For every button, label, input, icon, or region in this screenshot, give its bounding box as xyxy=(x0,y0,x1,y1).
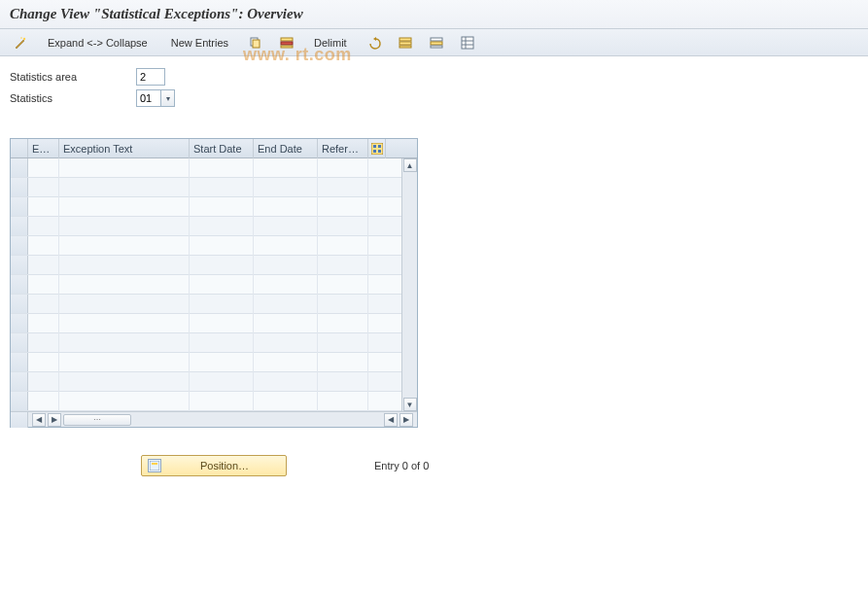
cell-exception-text[interactable] xyxy=(59,333,190,353)
col-header-refer[interactable]: Refer… xyxy=(318,139,368,158)
cell-start-date[interactable] xyxy=(190,353,254,372)
row-selector[interactable] xyxy=(11,314,28,332)
table-row[interactable] xyxy=(11,353,401,372)
col-header-end-date[interactable]: End Date xyxy=(254,139,318,158)
cell-exception-text[interactable] xyxy=(59,178,190,197)
col-header-ex[interactable]: Ex… xyxy=(28,139,59,158)
cell-refer[interactable] xyxy=(318,217,368,236)
cell-start-date[interactable] xyxy=(190,217,254,236)
cell-refer[interactable] xyxy=(318,236,368,256)
cell-refer[interactable] xyxy=(318,314,368,333)
cell-refer[interactable] xyxy=(318,372,368,392)
cell-end-date[interactable] xyxy=(254,353,318,372)
cell-end-date[interactable] xyxy=(254,392,318,411)
cell-refer[interactable] xyxy=(318,353,368,372)
row-selector[interactable] xyxy=(11,236,28,255)
cell-end-date[interactable] xyxy=(254,314,318,333)
cell-exception-text[interactable] xyxy=(59,256,190,275)
row-selector[interactable] xyxy=(11,256,28,274)
cell-ex[interactable] xyxy=(28,236,59,256)
cell-start-date[interactable] xyxy=(190,256,254,275)
cell-exception-text[interactable] xyxy=(59,295,190,314)
scroll-up-button[interactable]: ▲ xyxy=(403,158,417,172)
row-selector[interactable] xyxy=(11,372,28,391)
row-ops-button[interactable] xyxy=(274,33,299,52)
col-header-exception-text[interactable]: Exception Text xyxy=(59,139,190,158)
wand-button[interactable] xyxy=(8,33,33,52)
cell-end-date[interactable] xyxy=(254,295,318,314)
horizontal-scrollbar[interactable]: ◀ ▶ ⋯ ◀ ▶ xyxy=(11,411,417,427)
row-selector[interactable] xyxy=(11,197,28,216)
cell-ex[interactable] xyxy=(28,158,59,178)
scroll-down-button[interactable]: ▼ xyxy=(403,398,417,411)
table-row[interactable] xyxy=(11,158,401,178)
cell-end-date[interactable] xyxy=(254,158,318,178)
table-row[interactable] xyxy=(11,197,401,217)
row-selector[interactable] xyxy=(11,275,28,294)
cell-start-date[interactable] xyxy=(190,158,254,178)
row-selector[interactable] xyxy=(11,333,28,352)
cell-exception-text[interactable] xyxy=(59,158,190,178)
cell-end-date[interactable] xyxy=(254,217,318,236)
cell-end-date[interactable] xyxy=(254,256,318,275)
cell-refer[interactable] xyxy=(318,275,368,295)
cell-ex[interactable] xyxy=(28,392,59,411)
expand-collapse-button[interactable]: Expand <-> Collapse xyxy=(39,33,156,52)
vertical-scrollbar[interactable]: ▲ ▼ xyxy=(401,158,417,411)
cell-exception-text[interactable] xyxy=(59,372,190,392)
table-row[interactable] xyxy=(11,178,401,197)
cell-exception-text[interactable] xyxy=(59,197,190,217)
table-row[interactable] xyxy=(11,256,401,275)
stats-area-input[interactable] xyxy=(136,68,165,86)
stats-input[interactable] xyxy=(136,89,161,107)
cell-ex[interactable] xyxy=(28,256,59,275)
table-settings-button[interactable] xyxy=(455,33,480,52)
select-all-button[interactable] xyxy=(393,33,418,52)
cell-refer[interactable] xyxy=(318,256,368,275)
cell-ex[interactable] xyxy=(28,275,59,295)
cell-exception-text[interactable] xyxy=(59,353,190,372)
cell-start-date[interactable] xyxy=(190,333,254,353)
cell-ex[interactable] xyxy=(28,353,59,372)
cell-end-date[interactable] xyxy=(254,333,318,353)
table-row[interactable] xyxy=(11,295,401,314)
cell-refer[interactable] xyxy=(318,333,368,353)
scroll-left-fast-button[interactable]: ▶ xyxy=(48,413,61,427)
col-config-button[interactable] xyxy=(368,139,386,158)
cell-end-date[interactable] xyxy=(254,178,318,197)
row-selector[interactable] xyxy=(11,217,28,235)
cell-exception-text[interactable] xyxy=(59,392,190,411)
cell-end-date[interactable] xyxy=(254,197,318,217)
cell-exception-text[interactable] xyxy=(59,236,190,256)
cell-ex[interactable] xyxy=(28,217,59,236)
stats-dropdown-button[interactable]: ▾ xyxy=(161,89,175,107)
table-row[interactable] xyxy=(11,314,401,333)
cell-start-date[interactable] xyxy=(190,392,254,411)
cell-exception-text[interactable] xyxy=(59,314,190,333)
cell-exception-text[interactable] xyxy=(59,217,190,236)
cell-start-date[interactable] xyxy=(190,295,254,314)
new-entries-button[interactable]: New Entries xyxy=(162,33,237,52)
row-selector[interactable] xyxy=(11,353,28,371)
cell-refer[interactable] xyxy=(318,197,368,217)
table-row[interactable] xyxy=(11,275,401,295)
grid-corner[interactable] xyxy=(11,139,28,157)
row-selector[interactable] xyxy=(11,392,28,410)
scroll-right-fast-button[interactable]: ◀ xyxy=(384,413,398,427)
scroll-right-button[interactable]: ▶ xyxy=(399,413,413,427)
cell-ex[interactable] xyxy=(28,314,59,333)
cell-start-date[interactable] xyxy=(190,275,254,295)
position-button[interactable]: Position… xyxy=(141,455,287,476)
cell-refer[interactable] xyxy=(318,392,368,411)
hscroll-thumb[interactable]: ⋯ xyxy=(63,414,131,426)
table-row[interactable] xyxy=(11,236,401,256)
row-selector[interactable] xyxy=(11,158,28,177)
copy-button[interactable] xyxy=(243,33,268,52)
undo-button[interactable] xyxy=(362,33,387,52)
cell-ex[interactable] xyxy=(28,372,59,392)
table-row[interactable] xyxy=(11,333,401,353)
cell-start-date[interactable] xyxy=(190,314,254,333)
table-row[interactable] xyxy=(11,217,401,236)
cell-end-date[interactable] xyxy=(254,372,318,392)
cell-start-date[interactable] xyxy=(190,372,254,392)
